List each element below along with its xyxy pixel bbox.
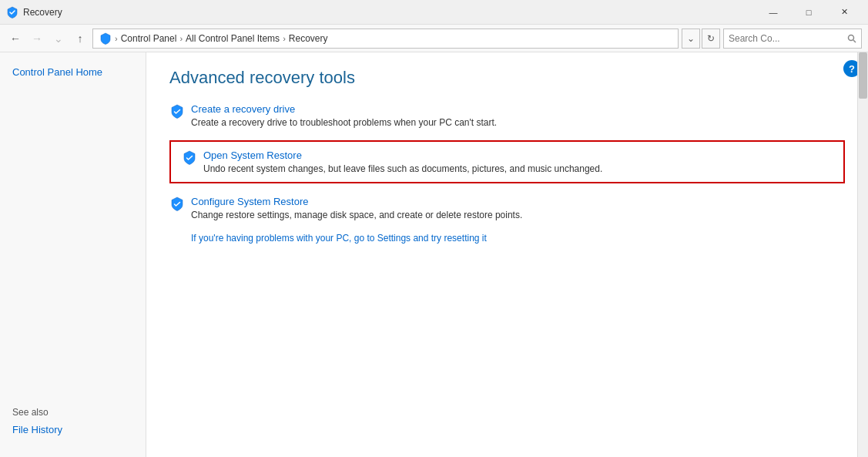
path-all-items[interactable]: All Control Panel Items	[186, 33, 280, 44]
configure-restore-desc: Change restore settings, manage disk spa…	[191, 210, 522, 220]
recent-button[interactable]: ⌄	[49, 29, 68, 48]
minimize-button[interactable]: —	[756, 0, 791, 25]
create-recovery-desc: Create a recovery drive to troubleshoot …	[191, 117, 497, 128]
create-recovery-link[interactable]: Create a recovery drive	[191, 103, 497, 115]
shield-icon-3	[169, 197, 185, 212]
address-path-bar[interactable]: › Control Panel › All Control Panel Item…	[92, 29, 679, 49]
configure-restore-link[interactable]: Configure System Restore	[191, 196, 522, 207]
svg-line-1	[853, 40, 856, 42]
window-controls: — □ ✕	[756, 0, 862, 25]
sidebar: Control Panel Home See also File History	[0, 52, 146, 457]
app-icon	[6, 6, 18, 18]
path-recovery[interactable]: Recovery	[289, 33, 328, 44]
path-arrow-3: ›	[283, 34, 286, 43]
address-actions: ⌄ ↻	[682, 29, 720, 49]
path-arrow-1: ›	[115, 34, 118, 43]
page-title: Advanced recovery tools	[169, 68, 845, 88]
search-icon	[847, 34, 856, 43]
reset-settings-link[interactable]: If you're having problems with your PC, …	[191, 233, 845, 244]
shield-icon-1	[169, 104, 185, 119]
path-shield-icon	[99, 32, 112, 45]
svg-point-0	[849, 35, 854, 40]
search-box[interactable]	[723, 29, 862, 49]
scrollbar[interactable]	[857, 52, 868, 457]
main-content: Control Panel Home See also File History…	[0, 52, 868, 457]
file-history-link[interactable]: File History	[12, 421, 133, 439]
path-control-panel[interactable]: Control Panel	[121, 33, 177, 44]
refresh-button[interactable]: ↻	[702, 29, 720, 49]
window-title: Recovery	[23, 7, 62, 18]
maximize-button[interactable]: □	[791, 0, 826, 25]
sidebar-bottom: See also File History	[0, 398, 146, 448]
title-bar: Recovery — □ ✕	[0, 0, 868, 25]
up-button[interactable]: ↑	[71, 29, 89, 48]
content-area: ? Advanced recovery tools Create a recov…	[146, 52, 868, 457]
configure-restore-item: Configure System Restore Change restore …	[169, 196, 845, 220]
dropdown-button[interactable]: ⌄	[682, 29, 700, 49]
search-input[interactable]	[729, 33, 844, 44]
open-system-restore-desc: Undo recent system changes, but leave fi…	[203, 163, 602, 174]
open-system-restore-item: Open System Restore Undo recent system c…	[169, 140, 845, 183]
address-bar: ← → ⌄ ↑ › Control Panel › All Control Pa…	[0, 25, 868, 52]
shield-icon-2	[182, 150, 197, 166]
open-system-restore-link[interactable]: Open System Restore	[203, 150, 602, 161]
forward-button[interactable]: →	[28, 29, 46, 48]
see-also-title: See also	[12, 407, 133, 418]
scroll-thumb[interactable]	[859, 52, 867, 99]
control-panel-home-link[interactable]: Control Panel Home	[0, 62, 146, 82]
path-arrow-2: ›	[179, 34, 183, 43]
create-recovery-item: Create a recovery drive Create a recover…	[169, 103, 845, 128]
close-button[interactable]: ✕	[826, 0, 862, 25]
back-button[interactable]: ←	[6, 29, 25, 48]
